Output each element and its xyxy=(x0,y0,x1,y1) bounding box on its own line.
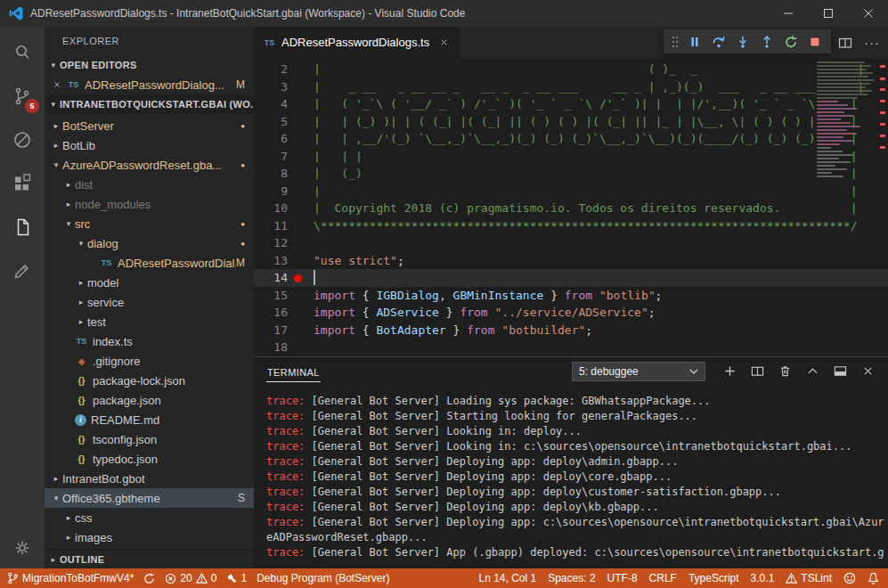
ts-version-status[interactable]: 3.0.1 xyxy=(751,572,775,584)
error-mark xyxy=(880,65,885,68)
step-into-button[interactable] xyxy=(730,30,754,53)
terminal-tab[interactable]: TERMINAL xyxy=(266,361,321,382)
code-line-13: 13"use strict"; xyxy=(254,252,888,270)
editor-group: TS ADResetPasswordDialogs.ts ··· xyxy=(254,27,888,568)
line-number: 16 xyxy=(254,304,288,322)
tree-item-botlib[interactable]: ▸BotLib xyxy=(45,135,254,155)
tree-item-test[interactable]: ▸test xyxy=(45,312,254,331)
tree-item-adresetpassworddial-[interactable]: TSADResetPasswordDial...M xyxy=(45,253,254,273)
stop-button[interactable] xyxy=(802,30,827,53)
tree-item-botserver[interactable]: ▸BotServer● xyxy=(45,116,254,135)
maximize-panel-icon[interactable] xyxy=(804,363,820,380)
tree-item-azureadpasswordreset-gba-[interactable]: ▾AzureADPasswordReset.gba...● xyxy=(45,155,254,175)
tree-item-readme-md[interactable]: iREADME.md xyxy=(45,410,254,429)
split-editor-icon[interactable] xyxy=(836,34,854,52)
drag-handle[interactable] xyxy=(671,34,680,50)
tree-item-office365-gbtheme[interactable]: ▾Office365.gbthemeS xyxy=(45,488,254,508)
chevron-collapsed-icon: ▸ xyxy=(50,474,62,483)
debug-target-status[interactable]: Debug Program (BotServer) xyxy=(257,572,389,584)
close-button[interactable] xyxy=(848,0,888,27)
tree-item-label: typedoc.json xyxy=(93,453,158,466)
close-panel-icon[interactable] xyxy=(859,363,876,380)
close-icon[interactable] xyxy=(436,36,451,50)
tree-item-package-lock-json[interactable]: {}package-lock.json xyxy=(45,371,254,390)
git-branch-status[interactable]: MigrationToBotFmwV4* xyxy=(7,572,134,584)
code-line-7: 7| | | | xyxy=(254,148,888,166)
language-mode-status[interactable]: TypeScript xyxy=(688,572,739,584)
tree-item-css[interactable]: ▸css xyxy=(45,508,254,527)
tree-item-src[interactable]: ▾src● xyxy=(45,214,254,233)
step-out-button[interactable] xyxy=(754,30,778,53)
terminal-selector[interactable]: 5: debuggee xyxy=(572,362,705,381)
tree-item-package-json[interactable]: {}package.json xyxy=(45,390,254,410)
workspace-folder-header[interactable]: ▾ INTRANETBOTQUICKSTART.GBAI (WO... xyxy=(45,94,254,114)
terminal-line: trace: [General Bot Server] Loading sys … xyxy=(266,394,888,409)
settings-gear-button[interactable] xyxy=(0,527,45,568)
minimap[interactable] xyxy=(817,61,876,177)
close-icon[interactable] xyxy=(51,78,63,91)
error-mark xyxy=(880,88,885,91)
tree-item-label: dist xyxy=(75,178,93,192)
eol-status[interactable]: CRLF xyxy=(649,572,677,584)
notifications-bell-button[interactable] xyxy=(868,572,879,584)
toggle-panel-icon[interactable] xyxy=(832,363,848,380)
open-editor-item[interactable]: TS ADResetPasswordDialog... M xyxy=(45,75,254,94)
tree-item-dialog[interactable]: ▾dialog● xyxy=(45,233,254,253)
tasks-status[interactable]: 1 xyxy=(226,572,247,584)
kill-terminal-icon[interactable] xyxy=(777,363,793,380)
code-lines: 2| ( )_ _ |3| _ __ _ __ __ _ __ _ _ __ _… xyxy=(254,58,888,356)
outline-header[interactable]: ▸ OUTLINE xyxy=(45,549,254,568)
breakpoint-icon[interactable] xyxy=(294,274,302,282)
typescript-file-icon: TS xyxy=(67,80,80,89)
tree-item-typedoc-json[interactable]: {}typedoc.json xyxy=(45,449,254,469)
edit-activity-button[interactable] xyxy=(0,249,45,292)
terminal-output[interactable]: trace: [General Bot Server] Loading sys … xyxy=(254,385,888,568)
indentation-status[interactable]: Spaces: 2 xyxy=(548,572,595,584)
explorer-activity-button[interactable] xyxy=(0,205,45,249)
tree-item-node-modules[interactable]: ▸node_modules xyxy=(45,194,254,214)
typescript-file-icon: TS xyxy=(263,38,276,47)
debug-toolbar xyxy=(664,29,831,53)
step-over-button[interactable] xyxy=(706,30,730,53)
tree-item-images[interactable]: ▸images xyxy=(45,527,254,547)
chevron-collapsed-icon: ▸ xyxy=(75,278,87,287)
pause-button[interactable] xyxy=(682,30,706,53)
tree-item-model[interactable]: ▸model xyxy=(45,273,254,292)
feedback-smiley-button[interactable] xyxy=(843,572,856,584)
tree-item-dist[interactable]: ▸dist xyxy=(45,175,254,194)
sync-status[interactable] xyxy=(143,573,155,584)
more-actions-icon[interactable]: ··· xyxy=(863,34,881,52)
minimize-button[interactable] xyxy=(768,0,808,27)
problems-status[interactable]: 20 0 xyxy=(165,572,216,584)
tree-item-tsconfig-json[interactable]: {}tsconfig.json xyxy=(45,429,254,449)
search-activity-button[interactable] xyxy=(0,30,45,74)
chevron-collapsed-icon: ▸ xyxy=(50,141,62,150)
new-terminal-icon[interactable] xyxy=(721,363,737,380)
json-file-icon: {} xyxy=(75,376,88,386)
maximize-button[interactable] xyxy=(808,0,848,27)
text-cursor xyxy=(314,270,315,285)
tree-item-index-ts[interactable]: TSindex.ts xyxy=(45,331,254,351)
tslint-status[interactable]: TSLint xyxy=(786,572,832,584)
code-line-11: 11\*************************************… xyxy=(254,217,888,235)
source-control-activity-button[interactable]: 5 xyxy=(0,74,45,118)
tree-item--gitignore[interactable]: ◆.gitignore xyxy=(45,351,254,371)
extensions-activity-button[interactable] xyxy=(0,161,45,205)
terminal-line: trace: [General Bot Server] Looking in: … xyxy=(266,424,888,439)
encoding-status[interactable]: UTF-8 xyxy=(607,572,638,584)
cursor-position-status[interactable]: Ln 14, Col 1 xyxy=(478,572,536,584)
tab-adresetpassworddialogs[interactable]: TS ADResetPasswordDialogs.ts xyxy=(254,27,460,58)
code-text xyxy=(288,234,314,252)
tree-item-label: package-lock.json xyxy=(93,374,185,388)
code-editor[interactable]: 2| ( )_ _ |3| _ __ _ __ __ _ __ _ _ __ _… xyxy=(254,58,888,356)
debug-activity-button[interactable] xyxy=(0,118,45,161)
split-terminal-icon[interactable] xyxy=(749,363,765,380)
restart-button[interactable] xyxy=(778,30,802,53)
open-editors-header[interactable]: ▾ OPEN EDITORS xyxy=(45,55,254,75)
error-mark xyxy=(880,123,885,126)
tree-item-label: css xyxy=(75,511,93,525)
terminal-line: trace: [General Bot Server] Looking in: … xyxy=(266,439,888,454)
tree-item-intranetbot-gbot[interactable]: ▸IntranetBot.gbot xyxy=(45,469,254,488)
tree-item-service[interactable]: ▸service xyxy=(45,292,254,312)
editor-tab-bar: TS ADResetPasswordDialogs.ts ··· xyxy=(254,27,888,58)
